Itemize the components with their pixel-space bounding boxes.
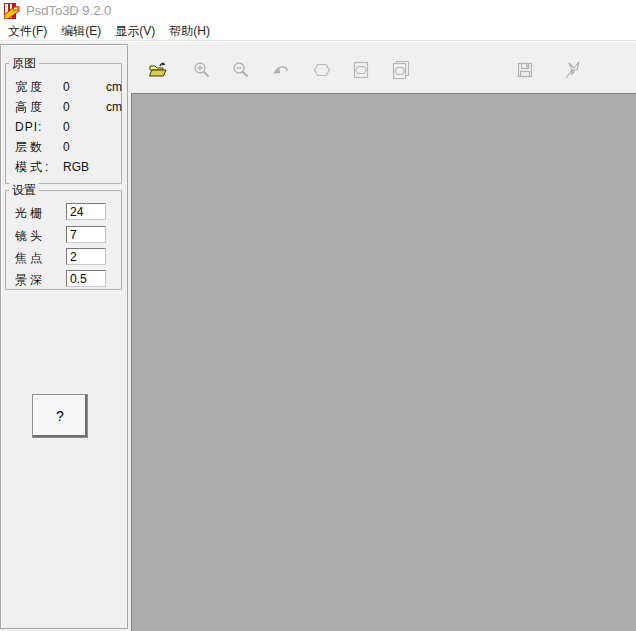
zoom-out-button[interactable] [229, 58, 253, 82]
info-row-mode: 模式: RGB [6, 160, 121, 175]
settings-group-title: 设置 [9, 183, 39, 197]
field-row-lens: 镜头 [6, 226, 121, 244]
zoom-in-button[interactable] [190, 58, 214, 82]
raster-label: 光栅 [15, 205, 45, 222]
help-button[interactable]: ? [32, 394, 88, 438]
canvas-viewport [131, 93, 636, 631]
client-area: 原图 宽度 0 cm 高度 0 cm DPI: 0 层数 0 模式: RGB [0, 42, 636, 631]
info-row-width: 宽度 0 cm [6, 80, 121, 95]
layers-value: 0 [63, 140, 70, 155]
height-value: 0 [63, 100, 70, 115]
menu-bar: 文件(F) 编辑(E) 显示(V) 帮助(H) [0, 22, 636, 41]
undo-button[interactable] [269, 58, 293, 82]
height-unit: cm [106, 100, 122, 115]
framed-shape-button[interactable] [349, 58, 373, 82]
dpi-value: 0 [63, 120, 70, 135]
layers-label: 层数 [15, 140, 45, 155]
field-row-raster: 光栅 [6, 203, 121, 221]
open-file-button[interactable] [146, 58, 170, 82]
info-row-dpi: DPI: 0 [6, 120, 121, 135]
original-group-title: 原图 [9, 56, 39, 70]
stacked-shape-button[interactable] [388, 58, 412, 82]
lens-label: 镜头 [15, 228, 45, 245]
info-row-height: 高度 0 cm [6, 100, 121, 115]
height-label: 高度 [15, 100, 45, 115]
open-folder-icon [148, 60, 168, 80]
psdto3d-logo-icon [4, 3, 20, 19]
origami-bird-icon [562, 59, 584, 81]
focus-label: 焦点 [15, 250, 45, 267]
save-button[interactable] [513, 58, 537, 82]
window-title: PsdTo3D 9.2.0 [26, 0, 111, 22]
hexagon-icon [312, 60, 332, 80]
mode-value: RGB [63, 160, 89, 175]
settings-group: 设置 光栅 镜头 焦点 景深 [5, 190, 122, 290]
width-unit: cm [106, 80, 122, 95]
raster-input[interactable] [66, 203, 106, 220]
depth-label: 景深 [15, 272, 45, 289]
info-row-layers: 层数 0 [6, 140, 121, 155]
width-label: 宽度 [15, 80, 45, 95]
single-shape-button[interactable] [310, 58, 334, 82]
side-panel: 原图 宽度 0 cm 高度 0 cm DPI: 0 层数 0 模式: RGB [0, 44, 128, 629]
save-floppy-icon [515, 60, 535, 80]
hexagon-frame-icon [351, 60, 371, 80]
dpi-label: DPI: [15, 120, 42, 135]
original-image-group: 原图 宽度 0 cm 高度 0 cm DPI: 0 层数 0 模式: RGB [5, 63, 122, 184]
title-bar[interactable]: PsdTo3D 9.2.0 [0, 0, 636, 22]
menu-file[interactable]: 文件(F) [1, 22, 54, 40]
zoom-out-icon [231, 60, 251, 80]
menu-edit[interactable]: 编辑(E) [54, 22, 108, 40]
mode-label: 模式: [15, 160, 51, 175]
hexagon-stack-icon [390, 60, 410, 80]
menu-help[interactable]: 帮助(H) [162, 22, 217, 40]
field-row-depth: 景深 [6, 270, 121, 288]
field-row-focus: 焦点 [6, 248, 121, 266]
width-value: 0 [63, 80, 70, 95]
lens-input[interactable] [66, 226, 106, 243]
menu-view[interactable]: 显示(V) [108, 22, 162, 40]
zoom-in-icon [192, 60, 212, 80]
generate-3d-button[interactable] [561, 58, 585, 82]
undo-icon [271, 60, 291, 80]
depth-input[interactable] [66, 270, 106, 287]
focus-input[interactable] [66, 248, 106, 265]
